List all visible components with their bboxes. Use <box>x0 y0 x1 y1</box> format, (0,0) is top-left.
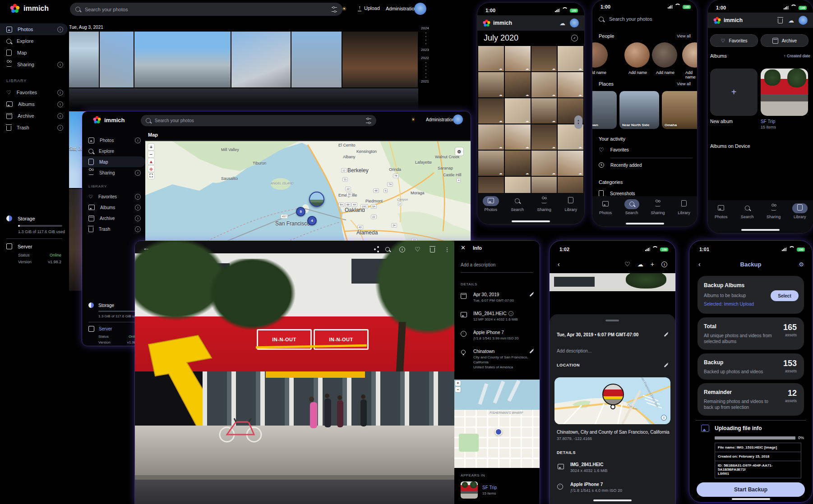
trash-icon[interactable] <box>778 18 783 23</box>
photo-thumbnail[interactable] <box>505 124 531 150</box>
sidebar-item-favorites[interactable]: ♡ Favorites i <box>0 87 68 98</box>
map-layers-button[interactable]: ◈ <box>148 165 154 172</box>
sidebar-item-photos[interactable]: Photos i <box>82 135 145 146</box>
settings-gear-icon[interactable]: ⚙ <box>799 261 804 268</box>
photo-thumbnail[interactable] <box>69 32 99 87</box>
photo-thumbnail[interactable] <box>478 46 504 71</box>
sidebar-item-explore[interactable]: Explore <box>82 146 145 156</box>
filter-icon[interactable] <box>332 7 337 12</box>
filter-icon[interactable] <box>366 119 371 123</box>
backup-cloud-icon[interactable]: ☁ <box>559 20 565 26</box>
photo-thumbnail[interactable] <box>505 72 531 97</box>
map-cluster-marker[interactable]: 4 <box>307 216 317 225</box>
add-name-label[interactable]: Add name <box>656 70 674 75</box>
share-icon[interactable] <box>374 248 376 250</box>
map-attribution-icon[interactable]: i <box>661 415 667 421</box>
back-icon[interactable]: ‹ <box>698 261 701 268</box>
search-input[interactable]: Search your photos <box>141 115 376 126</box>
nav-search[interactable]: Search <box>506 196 529 212</box>
photo-thumbnail[interactable] <box>100 32 134 87</box>
nav-library[interactable]: Library <box>672 199 696 215</box>
back-icon[interactable]: ‹ <box>558 261 560 268</box>
add-name-label[interactable]: Add name <box>628 70 647 75</box>
theme-toggle-icon[interactable]: ☀ <box>411 117 416 123</box>
map-zoom-in-button[interactable]: + <box>455 380 461 386</box>
nav-photos[interactable]: Photos <box>479 196 503 212</box>
photo-thumbnail[interactable] <box>531 72 557 97</box>
photo-thumbnail[interactable] <box>134 32 231 87</box>
album-name[interactable]: SF Trip <box>482 485 497 490</box>
download-cloud-icon[interactable]: ☁ <box>637 261 643 267</box>
sidebar-item-trash[interactable]: Trash i <box>82 224 145 234</box>
person-face[interactable] <box>682 42 697 68</box>
nav-sharing[interactable]: Sharing <box>532 196 556 212</box>
info-icon[interactable]: i <box>399 247 405 252</box>
backup-cloud-icon[interactable]: ☁ <box>788 18 794 23</box>
map-photo-cluster-marker[interactable] <box>309 192 324 207</box>
new-album-card[interactable]: + <box>710 69 758 116</box>
photo-strip[interactable] <box>550 273 675 291</box>
nav-search[interactable]: Search <box>735 203 759 219</box>
photo-thumbnail[interactable] <box>505 98 531 124</box>
avatar[interactable] <box>414 3 426 15</box>
place-card[interactable]: Omaha <box>662 91 697 129</box>
sidebar-item-favorites[interactable]: ♡ Favorites i <box>82 191 145 202</box>
photo-thumbnail[interactable] <box>342 32 418 87</box>
nav-sharing[interactable]: Sharing <box>762 203 785 219</box>
add-name-label[interactable]: Add name <box>685 70 697 79</box>
photo-thumbnail[interactable] <box>531 124 557 150</box>
back-button[interactable]: ← <box>143 244 149 252</box>
place-card[interactable]: Near North Side <box>619 91 659 129</box>
trash-icon[interactable] <box>430 247 435 252</box>
info-icon[interactable]: i <box>508 311 513 316</box>
sidebar-item-photos[interactable]: Photos i <box>0 23 68 35</box>
photo-thumbnail[interactable] <box>478 98 504 124</box>
photo-thumbnail[interactable] <box>478 72 504 97</box>
photo-thumbnail[interactable] <box>531 46 557 71</box>
administration-link[interactable]: Administration <box>426 117 454 122</box>
detail-sheet[interactable]: Tue, Apr 30, 2019 • 6:07 PM GMT-07:00 Ad… <box>550 314 675 504</box>
add-description-field[interactable]: Add description... <box>557 348 591 353</box>
favorite-icon[interactable]: ♡ <box>415 246 420 252</box>
close-icon[interactable]: ✕ <box>461 244 466 251</box>
nav-sharing[interactable]: Sharing <box>646 199 670 215</box>
sidebar-item-albums[interactable]: Albums i <box>0 98 68 110</box>
recently-added-row[interactable]: Recently added <box>599 162 642 168</box>
nav-photos[interactable]: Photos <box>594 199 617 215</box>
photo-thumbnail[interactable] <box>531 98 557 124</box>
people-view-all[interactable]: View all <box>677 34 691 38</box>
search-input[interactable]: Search your photos <box>70 3 342 16</box>
avatar[interactable] <box>453 115 463 124</box>
archive-button[interactable]: Archive <box>761 34 808 47</box>
timeline-scrubber[interactable]: 2024 2023 2022 2021 <box>421 26 433 116</box>
avatar[interactable] <box>570 18 579 27</box>
sidebar-item-albums[interactable]: Albums i <box>82 202 145 213</box>
sidebar-item-archive[interactable]: Archive i <box>82 213 145 224</box>
select-button[interactable]: Select <box>771 290 799 301</box>
map-zoom-out-button[interactable]: − <box>455 387 461 392</box>
nav-library[interactable]: Library <box>788 203 812 219</box>
map-fullscreen-button[interactable]: ⛶ <box>148 173 154 179</box>
nav-photos[interactable]: Photos <box>709 203 733 219</box>
upload-button[interactable]: ↑ Upload <box>358 5 380 11</box>
administration-link[interactable]: Administration <box>386 6 417 11</box>
more-options-icon[interactable]: ⋮ <box>444 247 450 252</box>
sidebar-item-trash[interactable]: Trash i <box>0 122 68 133</box>
photo-thumbnail[interactable] <box>558 46 583 71</box>
photo-thumbnail[interactable] <box>558 151 583 176</box>
favorite-icon[interactable]: ♡ <box>624 261 630 267</box>
theme-toggle-icon[interactable]: ☀ <box>342 5 347 12</box>
sidebar-item-archive[interactable]: Archive i <box>0 110 68 122</box>
start-backup-button[interactable]: Start Backup <box>697 482 805 497</box>
map-cluster-marker[interactable]: 5 <box>296 207 305 216</box>
map-zoom-out-button[interactable]: − <box>148 151 154 157</box>
photo-thumbnail[interactable] <box>231 32 291 87</box>
scrollbar-thumb[interactable]: ▲▼ <box>574 115 582 129</box>
avatar[interactable] <box>799 16 808 25</box>
map-zoom-in-button[interactable]: + <box>148 144 154 150</box>
sidebar-item-explore[interactable]: Explore <box>0 35 68 47</box>
albums-sort-button[interactable]: ↑ Created date <box>784 54 810 58</box>
sidebar-item-map[interactable]: Map <box>82 156 145 167</box>
photo-thumbnail[interactable] <box>505 151 531 176</box>
album-name[interactable]: SF Trip <box>761 119 775 124</box>
